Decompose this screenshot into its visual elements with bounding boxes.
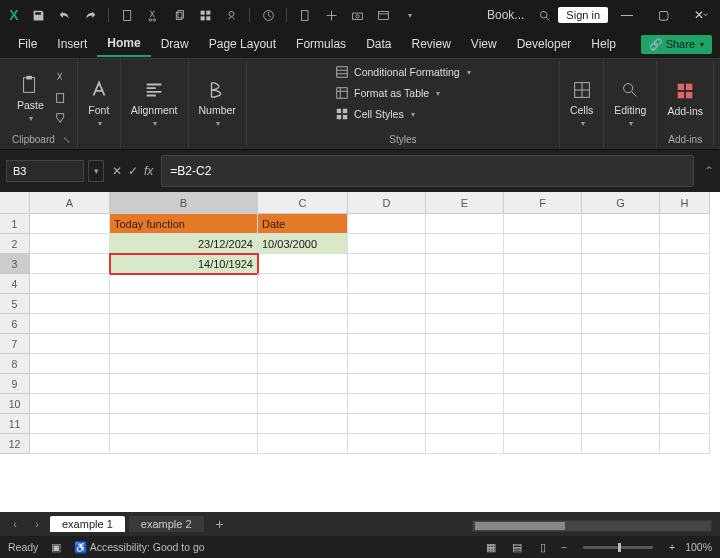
cell[interactable]: 23/12/2024 — [110, 234, 258, 254]
font-button[interactable]: Font ▾ — [84, 77, 114, 130]
cell[interactable] — [30, 414, 110, 434]
cell[interactable] — [582, 294, 660, 314]
zoom-out-button[interactable]: − — [561, 541, 567, 553]
cell[interactable] — [504, 294, 582, 314]
number-button[interactable]: Number ▾ — [195, 77, 240, 130]
cell[interactable] — [348, 414, 426, 434]
cell[interactable] — [660, 334, 710, 354]
row-header[interactable]: 5 — [0, 294, 30, 314]
row-header[interactable]: 2 — [0, 234, 30, 254]
cell[interactable]: Date — [258, 214, 348, 234]
cell[interactable]: 10/03/2000 — [258, 234, 348, 254]
cell-selected[interactable]: 14/10/1924 — [110, 254, 258, 274]
sheet-tab[interactable]: example 2 — [129, 516, 204, 532]
cell[interactable] — [110, 314, 258, 334]
cell[interactable] — [30, 274, 110, 294]
maximize-button[interactable]: ▢ — [646, 1, 680, 29]
cell[interactable] — [660, 214, 710, 234]
cell[interactable] — [30, 334, 110, 354]
horizontal-scrollbar[interactable] — [472, 520, 712, 532]
cell[interactable] — [110, 414, 258, 434]
copy-button[interactable] — [52, 89, 70, 107]
cell[interactable] — [426, 434, 504, 454]
cell[interactable] — [348, 334, 426, 354]
tab-insert[interactable]: Insert — [47, 32, 97, 56]
cell[interactable] — [426, 254, 504, 274]
cell[interactable] — [30, 374, 110, 394]
cell[interactable] — [110, 294, 258, 314]
col-header[interactable]: G — [582, 192, 660, 214]
row-header[interactable]: 6 — [0, 314, 30, 334]
accessibility-status[interactable]: ♿ Accessibility: Good to go — [74, 541, 204, 554]
copy-icon[interactable] — [167, 3, 191, 27]
qat-icon-4[interactable] — [256, 3, 280, 27]
collapse-ribbon-icon[interactable]: ⌄ — [701, 6, 710, 19]
cut-icon[interactable] — [141, 3, 165, 27]
cell[interactable] — [258, 294, 348, 314]
format-as-table-button[interactable]: Format as Table▾ — [332, 84, 443, 102]
cell[interactable] — [30, 354, 110, 374]
tab-draw[interactable]: Draw — [151, 32, 199, 56]
col-header[interactable]: D — [348, 192, 426, 214]
cell[interactable] — [426, 334, 504, 354]
cell[interactable] — [582, 434, 660, 454]
cell[interactable] — [426, 394, 504, 414]
cell[interactable] — [582, 334, 660, 354]
cell[interactable] — [30, 314, 110, 334]
redo-icon[interactable] — [78, 3, 102, 27]
view-page-layout-icon[interactable]: ▤ — [509, 539, 525, 555]
cell[interactable] — [110, 434, 258, 454]
cell[interactable] — [348, 294, 426, 314]
tab-developer[interactable]: Developer — [507, 32, 582, 56]
col-header[interactable]: H — [660, 192, 710, 214]
cell[interactable] — [110, 394, 258, 414]
cell[interactable] — [348, 274, 426, 294]
cell[interactable] — [582, 314, 660, 334]
cell[interactable] — [348, 434, 426, 454]
sign-in-button[interactable]: Sign in — [558, 7, 608, 23]
share-button[interactable]: 🔗Share▾ — [641, 35, 712, 54]
qat-icon-5[interactable] — [293, 3, 317, 27]
col-header[interactable]: F — [504, 192, 582, 214]
cell[interactable] — [582, 374, 660, 394]
tab-data[interactable]: Data — [356, 32, 401, 56]
close-button[interactable]: ✕ — [682, 1, 716, 29]
format-painter-button[interactable] — [52, 109, 70, 127]
tab-help[interactable]: Help — [581, 32, 626, 56]
row-header[interactable]: 11 — [0, 414, 30, 434]
row-header[interactable]: 3 — [0, 254, 30, 274]
cell[interactable] — [660, 234, 710, 254]
cell[interactable] — [582, 354, 660, 374]
cell[interactable] — [258, 394, 348, 414]
cell[interactable] — [660, 374, 710, 394]
cell[interactable] — [582, 234, 660, 254]
cell[interactable] — [30, 234, 110, 254]
qat-icon-1[interactable] — [115, 3, 139, 27]
conditional-formatting-button[interactable]: Conditional Formatting▾ — [332, 63, 474, 81]
cell[interactable] — [258, 334, 348, 354]
cell[interactable] — [30, 294, 110, 314]
row-header[interactable]: 12 — [0, 434, 30, 454]
cell[interactable] — [426, 354, 504, 374]
tab-page-layout[interactable]: Page Layout — [199, 32, 286, 56]
row-header[interactable]: 7 — [0, 334, 30, 354]
cell[interactable] — [110, 374, 258, 394]
save-icon[interactable] — [26, 3, 50, 27]
cell[interactable] — [582, 214, 660, 234]
cell[interactable] — [504, 434, 582, 454]
cell[interactable] — [258, 354, 348, 374]
undo-icon[interactable] — [52, 3, 76, 27]
row-header[interactable]: 1 — [0, 214, 30, 234]
cell[interactable] — [348, 374, 426, 394]
cell[interactable] — [348, 234, 426, 254]
name-box[interactable]: B3 — [6, 160, 84, 182]
cell[interactable] — [258, 374, 348, 394]
editing-button[interactable]: Editing ▾ — [610, 77, 650, 130]
cell[interactable] — [426, 214, 504, 234]
select-all-corner[interactable] — [0, 192, 30, 214]
sheet-nav-next-icon[interactable]: › — [28, 515, 46, 533]
col-header[interactable]: B — [110, 192, 258, 214]
cell[interactable] — [660, 414, 710, 434]
cell[interactable] — [426, 414, 504, 434]
cell[interactable] — [504, 254, 582, 274]
